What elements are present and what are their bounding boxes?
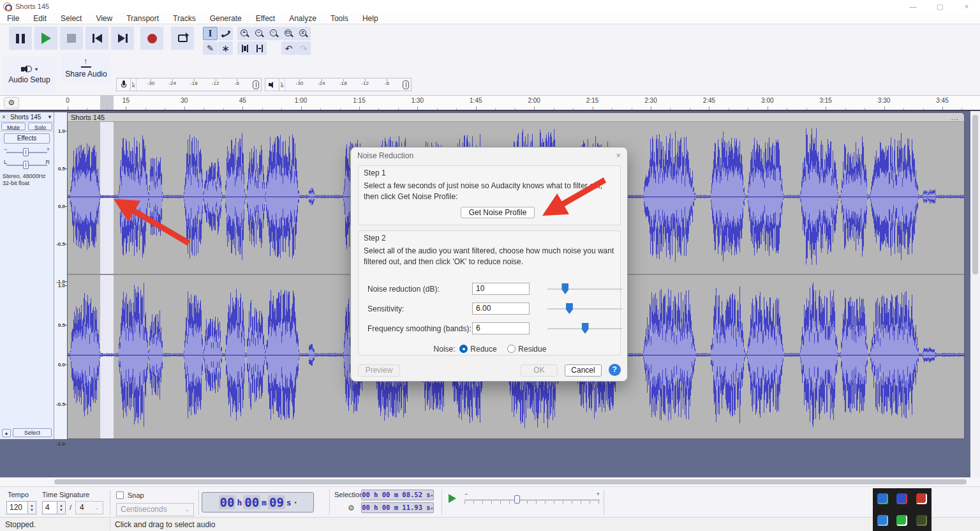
help-button[interactable]: ? bbox=[609, 364, 621, 376]
sensitivity-slider-thumb[interactable] bbox=[566, 303, 573, 314]
tempo-spinner-icon[interactable]: ▲▼ bbox=[28, 501, 36, 514]
tempo-stepper[interactable]: 120 ▲▼ bbox=[6, 501, 36, 514]
frequency-smoothing-slider[interactable] bbox=[547, 322, 623, 334]
menu-help[interactable]: Help bbox=[355, 13, 385, 24]
envelope-tool-button[interactable] bbox=[218, 27, 233, 40]
playback-meter[interactable]: LR -30-24-18-12-6 bbox=[265, 78, 412, 91]
skip-to-end-button[interactable] bbox=[111, 27, 134, 50]
record-button[interactable] bbox=[140, 27, 163, 50]
track-menu-dropdown-icon[interactable]: ▼ bbox=[47, 114, 54, 120]
selection-end-field[interactable]: 00 h 00 m 11.93 s▾ bbox=[361, 502, 434, 513]
share-audio-button[interactable]: Share Audio bbox=[61, 54, 111, 83]
frequency-smoothing-input[interactable]: 6 bbox=[472, 322, 530, 334]
preview-button[interactable]: Preview bbox=[358, 364, 400, 377]
pan-slider[interactable]: L R bbox=[5, 159, 48, 170]
menu-generate[interactable]: Generate bbox=[203, 13, 249, 24]
time-format-dropdown-icon[interactable]: ▾ bbox=[294, 500, 297, 505]
menu-edit[interactable]: Edit bbox=[26, 13, 54, 24]
loop-button[interactable] bbox=[171, 27, 194, 50]
menu-effect[interactable]: Effect bbox=[249, 13, 282, 24]
noise-reduction-slider[interactable] bbox=[547, 283, 623, 295]
tray-app-blue-gear-icon[interactable] bbox=[877, 493, 888, 504]
zoom-in-button[interactable]: + bbox=[237, 27, 252, 40]
minimize-icon[interactable]: — bbox=[900, 0, 926, 13]
effects-button[interactable]: Effects bbox=[4, 133, 50, 144]
menu-file[interactable]: File bbox=[0, 13, 26, 24]
track-name[interactable]: Shorts 145 bbox=[8, 114, 47, 121]
reduce-radio[interactable] bbox=[459, 345, 468, 353]
tray-app-swirl-icon[interactable] bbox=[877, 515, 888, 526]
time-signature-upper-stepper[interactable]: 4 ▲▼ bbox=[42, 501, 66, 514]
recording-meter[interactable]: LR -30-24-18-12-6 bbox=[116, 78, 262, 91]
zoom-selection-button[interactable]: ▫ bbox=[267, 27, 281, 40]
zoom-fit-button[interactable]: ▭ bbox=[281, 27, 296, 40]
track-close-button[interactable]: × bbox=[0, 114, 8, 121]
tray-app-red-s-icon[interactable] bbox=[916, 493, 927, 504]
timeline-ruler[interactable]: 01530451:001:151:301:452:002:152:302:453… bbox=[68, 96, 965, 110]
sensitivity-slider[interactable] bbox=[547, 303, 623, 315]
selection-tool-button[interactable]: I bbox=[203, 27, 218, 40]
silence-audio-button[interactable] bbox=[252, 41, 267, 55]
draw-tool-button[interactable]: ✎ bbox=[203, 41, 218, 55]
sensitivity-input[interactable]: 6.00 bbox=[472, 303, 530, 315]
maximize-icon[interactable]: ▢ bbox=[926, 0, 953, 13]
snap-checkbox[interactable] bbox=[116, 491, 124, 499]
tempo-value[interactable]: 120 bbox=[6, 501, 28, 514]
gain-slider-thumb[interactable] bbox=[23, 148, 29, 156]
play-button[interactable] bbox=[34, 27, 57, 50]
close-icon[interactable]: × bbox=[953, 0, 980, 13]
time-signature-upper[interactable]: 4 bbox=[42, 501, 57, 514]
vertical-scrollbar-thumb[interactable] bbox=[972, 115, 978, 274]
ok-button[interactable]: OK bbox=[521, 364, 558, 377]
track-collapse-button[interactable]: ▲ bbox=[2, 429, 11, 437]
menu-transport[interactable]: Transport bbox=[119, 13, 166, 24]
menu-tracks[interactable]: Tracks bbox=[166, 13, 203, 24]
redo-button[interactable]: ↷ bbox=[296, 41, 311, 55]
zoom-out-button[interactable]: − bbox=[252, 27, 267, 40]
solo-button[interactable]: Solo bbox=[28, 123, 52, 130]
timeline-options-button[interactable]: ⚙ bbox=[4, 97, 19, 108]
vertical-scrollbar[interactable] bbox=[970, 111, 980, 477]
audio-position-display[interactable]: 00h00m09s▾ bbox=[202, 492, 314, 512]
noise-reduction-input[interactable]: 10 bbox=[472, 283, 530, 295]
time-signature-spinner-icon[interactable]: ▲▼ bbox=[57, 501, 66, 514]
get-noise-profile-button[interactable]: Get Noise Profile bbox=[461, 207, 535, 218]
multi-tool-button[interactable]: ∗ bbox=[218, 41, 233, 55]
frequency-smoothing-slider-thumb[interactable] bbox=[582, 323, 589, 334]
pause-button[interactable] bbox=[9, 27, 32, 50]
vertical-scale-ruler[interactable]: 1.00.50.0-0.5-1.01.00.50.0-0.5-1.0 bbox=[54, 112, 68, 439]
clip-overflow-button[interactable]: ... bbox=[951, 115, 964, 120]
dialog-close-icon[interactable]: × bbox=[616, 151, 621, 160]
cancel-button[interactable]: Cancel bbox=[565, 364, 602, 377]
horizontal-scrollbar-thumb[interactable] bbox=[54, 479, 967, 484]
time-signature-lower-select[interactable]: 4⌄ bbox=[75, 501, 103, 514]
selection-start-field[interactable]: 00 h 00 m 08.52 s▾ bbox=[361, 490, 434, 500]
residue-radio[interactable] bbox=[507, 345, 516, 353]
zoom-toggle-button[interactable]: z bbox=[296, 27, 311, 40]
track-select-button[interactable]: Select bbox=[13, 428, 52, 437]
noise-reduction-slider-thumb[interactable] bbox=[561, 283, 568, 294]
horizontal-scrollbar[interactable] bbox=[0, 477, 980, 486]
play-speed-slider-thumb[interactable] bbox=[514, 495, 520, 504]
mute-button[interactable]: Mute bbox=[1, 123, 26, 130]
gain-slider[interactable]: − + bbox=[5, 146, 48, 158]
menu-tools[interactable]: Tools bbox=[323, 13, 355, 24]
pan-slider-thumb[interactable] bbox=[23, 161, 29, 169]
selection-options-gear-icon[interactable]: ⚙ bbox=[348, 504, 355, 512]
play-speed-slider[interactable]: − + bbox=[464, 492, 600, 505]
tray-app-green-chat-icon[interactable] bbox=[896, 515, 907, 526]
meter-tick-label: -30 bbox=[296, 80, 304, 86]
menu-analyze[interactable]: Analyze bbox=[282, 13, 323, 24]
clip-header[interactable]: Shorts 145 ... bbox=[68, 113, 964, 122]
trim-audio-button[interactable] bbox=[237, 41, 252, 55]
skip-to-start-button[interactable] bbox=[85, 27, 108, 50]
stop-button[interactable] bbox=[60, 27, 83, 50]
menu-select[interactable]: Select bbox=[54, 13, 89, 24]
play-at-speed-button[interactable] bbox=[445, 492, 459, 505]
audio-setup-button[interactable]: ▾ Audio Setup bbox=[3, 56, 56, 93]
snap-mode-select[interactable]: Centiseconds⌄ bbox=[116, 503, 194, 516]
menu-view[interactable]: View bbox=[89, 13, 119, 24]
undo-button[interactable]: ↶ bbox=[281, 41, 296, 55]
tray-app-orb-icon[interactable] bbox=[896, 493, 907, 504]
tray-app-dark-icon[interactable] bbox=[916, 515, 927, 526]
